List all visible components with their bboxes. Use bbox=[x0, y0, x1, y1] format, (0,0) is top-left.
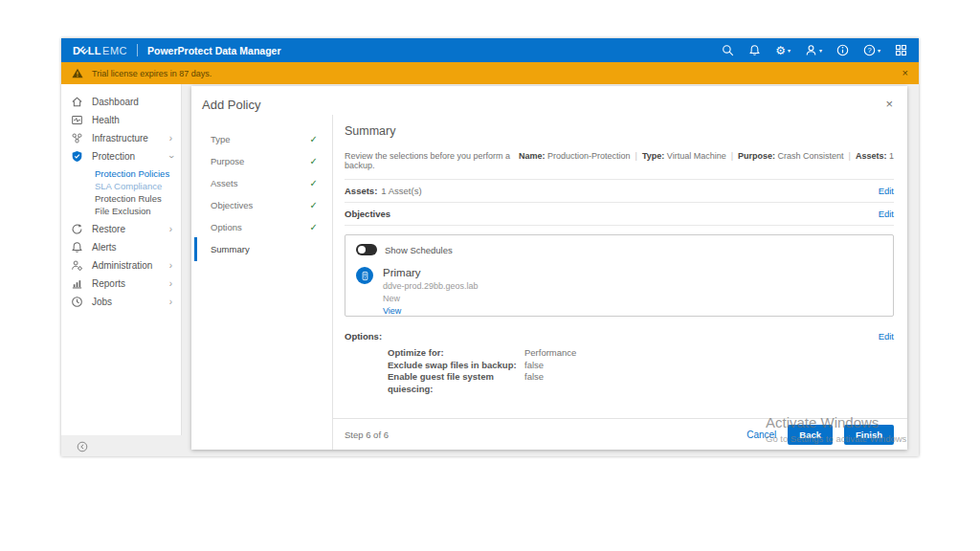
chevron-right-icon: › bbox=[169, 261, 172, 271]
objective-status: New bbox=[383, 294, 479, 303]
meta-separator: | bbox=[635, 151, 637, 161]
meta-assets-value: 1 bbox=[889, 151, 894, 161]
sidebar-item-administration[interactable]: Administration › bbox=[61, 256, 181, 275]
objectives-label: Objectives bbox=[345, 209, 390, 219]
meta-type-label: Type: bbox=[642, 151, 664, 161]
gear-glyph: ⚙ bbox=[775, 45, 786, 56]
option-label: Exclude swap files in backup: bbox=[388, 360, 524, 372]
sidebar-item-protection-policies[interactable]: Protection Policies bbox=[61, 167, 181, 180]
user-menu-icon[interactable]: ▾ bbox=[805, 44, 822, 56]
option-row: Optimize for: Performance bbox=[388, 347, 894, 360]
infrastructure-icon bbox=[70, 132, 83, 144]
option-label: Optimize for: bbox=[388, 347, 524, 360]
sidebar: Dashboard Health Infrastructure › Protec… bbox=[61, 84, 182, 435]
primary-objective: Primary ddve-prod.29bb.geos.lab New View bbox=[356, 267, 882, 316]
sidebar-item-protection-rules[interactable]: Protection Rules bbox=[61, 192, 181, 205]
info-icon[interactable] bbox=[836, 44, 849, 56]
summary-description: Review the selections before you perform… bbox=[345, 151, 519, 170]
check-icon: ✓ bbox=[310, 200, 318, 210]
meta-purpose-value: Crash Consistent bbox=[778, 151, 844, 161]
home-icon bbox=[70, 96, 83, 108]
chevron-right-icon: › bbox=[169, 298, 172, 307]
sidebar-item-label: Infrastructure bbox=[92, 133, 148, 143]
warning-triangle-icon bbox=[72, 68, 83, 78]
restore-icon bbox=[70, 223, 83, 235]
sidebar-item-reports[interactable]: Reports › bbox=[61, 275, 181, 293]
show-schedules-label: Show Schedules bbox=[385, 245, 453, 255]
sidebar-item-jobs[interactable]: Jobs › bbox=[61, 293, 181, 311]
wizard-steps: Type ✓ Purpose ✓ Assets ✓ Objectives ✓ bbox=[191, 128, 332, 260]
chevron-right-icon: › bbox=[169, 279, 172, 289]
sidebar-item-health[interactable]: Health bbox=[61, 111, 181, 129]
chevron-down-icon: › bbox=[166, 155, 175, 158]
meta-name-value: Production-Protection bbox=[547, 151, 631, 161]
cancel-button[interactable]: Cancel bbox=[746, 430, 776, 440]
option-value: false bbox=[524, 371, 544, 395]
sidebar-item-label: Restore bbox=[92, 224, 125, 234]
sidebar-item-dashboard[interactable]: Dashboard bbox=[61, 93, 181, 111]
options-summary-row: Options: Edit bbox=[345, 331, 894, 342]
apps-grid-icon[interactable] bbox=[895, 44, 907, 56]
meta-type-value: Virtual Machine bbox=[667, 151, 726, 161]
summary-pane: Summary Review the selections before you… bbox=[333, 115, 907, 418]
edit-options-link[interactable]: Edit bbox=[879, 331, 894, 342]
wizard-step-assets[interactable]: Assets ✓ bbox=[191, 172, 332, 194]
alerts-bell-icon bbox=[70, 241, 83, 253]
view-link[interactable]: View bbox=[383, 306, 479, 316]
app-title: PowerProtect Data Manager bbox=[147, 45, 280, 56]
add-policy-modal: Add Policy × Type ✓ Purpose ✓ Assets bbox=[191, 86, 907, 450]
step-label: Options bbox=[211, 222, 242, 232]
edit-objectives-link[interactable]: Edit bbox=[879, 209, 894, 219]
sidebar-item-restore[interactable]: Restore › bbox=[61, 220, 181, 238]
sidebar-item-protection[interactable]: Protection › bbox=[61, 147, 181, 165]
administration-icon bbox=[70, 259, 83, 272]
summary-heading: Summary bbox=[345, 124, 894, 138]
wizard-footer: Step 6 of 6 Cancel Back Finish bbox=[333, 418, 907, 450]
wizard-step-summary[interactable]: Summary bbox=[191, 238, 332, 260]
assets-label: Assets: bbox=[345, 186, 377, 196]
storage-target-icon bbox=[356, 267, 373, 284]
sidebar-item-sla-compliance[interactable]: SLA Compliance bbox=[61, 180, 181, 192]
show-schedules-toggle[interactable] bbox=[356, 244, 377, 255]
meta-separator: | bbox=[731, 151, 733, 161]
option-label: Enable guest file system quiescing: bbox=[388, 371, 524, 395]
meta-assets-label: Assets: bbox=[856, 151, 887, 161]
brand-emc: EMC bbox=[102, 45, 127, 56]
sidebar-item-label: Administration bbox=[92, 260, 152, 271]
wizard-step-type[interactable]: Type ✓ bbox=[191, 128, 332, 150]
chevron-right-icon: › bbox=[169, 225, 172, 234]
option-value: Performance bbox=[524, 347, 576, 360]
check-icon: ✓ bbox=[310, 222, 318, 232]
sidebar-item-label: Dashboard bbox=[92, 97, 139, 107]
collapse-sidebar-icon[interactable] bbox=[77, 439, 88, 456]
wizard-step-purpose[interactable]: Purpose ✓ bbox=[191, 150, 332, 172]
sidebar-item-file-exclusion[interactable]: File Exclusion bbox=[61, 205, 181, 217]
option-value: false bbox=[524, 360, 544, 372]
option-row: Exclude swap files in backup: false bbox=[388, 360, 894, 372]
license-warning-banner: Trial license expires in 87 days. × bbox=[61, 62, 919, 84]
finish-button[interactable]: Finish bbox=[844, 425, 894, 445]
assets-value: 1 Asset(s) bbox=[381, 186, 421, 196]
objective-target: ddve-prod.29bb.geos.lab bbox=[383, 281, 479, 291]
top-bar: DELLEMC PowerProtect Data Manager ⚙▾ ▾ bbox=[61, 38, 919, 62]
modal-close-icon[interactable]: × bbox=[885, 98, 893, 112]
help-icon[interactable]: ?▾ bbox=[863, 44, 880, 56]
wizard-step-objectives[interactable]: Objectives ✓ bbox=[191, 194, 332, 216]
sidebar-item-alerts[interactable]: Alerts bbox=[61, 238, 181, 256]
step-label: Assets bbox=[211, 178, 238, 188]
wizard-step-options[interactable]: Options ✓ bbox=[191, 216, 332, 238]
sidebar-item-label: Reports bbox=[92, 278, 125, 289]
jobs-clock-icon bbox=[70, 296, 83, 308]
check-icon: ✓ bbox=[310, 156, 318, 166]
banner-close-icon[interactable]: × bbox=[902, 68, 908, 78]
sidebar-item-infrastructure[interactable]: Infrastructure › bbox=[61, 129, 181, 147]
edit-assets-link[interactable]: Edit bbox=[879, 186, 894, 196]
check-icon: ✓ bbox=[310, 134, 318, 144]
objectives-summary-row: Objectives Edit bbox=[345, 203, 894, 226]
step-label: Type bbox=[211, 134, 231, 144]
settings-gear-icon[interactable]: ⚙▾ bbox=[775, 45, 791, 56]
search-icon[interactable] bbox=[722, 44, 734, 56]
policy-meta: Name: Production-Protection|Type: Virtua… bbox=[519, 151, 894, 161]
notifications-bell-icon[interactable] bbox=[748, 44, 761, 56]
back-button[interactable]: Back bbox=[788, 425, 833, 445]
